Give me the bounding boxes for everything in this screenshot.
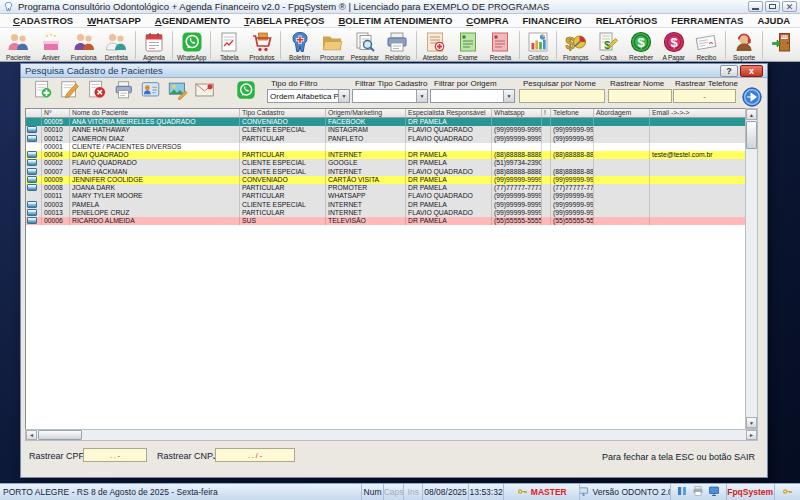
table-row[interactable]: 00002FLAVIO QUADRADOCLIENTE ESPECIALGOOG… [26, 159, 757, 167]
trace-cnpj-input[interactable]: . . / - [215, 448, 295, 462]
toolbar-button-grafico[interactable]: Gráfico [522, 29, 555, 61]
filter-origem-select[interactable]: ▼ [430, 89, 515, 103]
edit-record-button[interactable] [58, 80, 82, 104]
cell-nome: GENE HACKMAN [70, 168, 240, 176]
cash-note-icon: $ [596, 30, 620, 54]
menu-whatsapp[interactable]: WHATSAPP [80, 15, 148, 26]
scroll-down-icon[interactable]: ▼ [746, 417, 757, 428]
search-go-button[interactable] [741, 86, 763, 108]
cell-abordagem [594, 201, 650, 209]
table-row[interactable]: 00007GENE HACKMANCLIENTE ESPECIALINTERNE… [26, 168, 757, 176]
cell-origem: INTERNET [326, 168, 406, 176]
delete-record-button[interactable] [85, 80, 109, 104]
toolbar-button-funciona[interactable]: Funciona [67, 29, 100, 61]
cell-telefone: (99)99999-9999 [551, 209, 594, 217]
toolbar-button-atestado[interactable]: Atestado [419, 29, 452, 61]
search-name-input[interactable] [519, 89, 605, 103]
table-row[interactable]: 00008JOANA DARKPARTICULARPROMOTERDR PAME… [26, 184, 757, 192]
menu-ferramentas[interactable]: FERRAMENTAS [664, 15, 750, 26]
restore-button[interactable] [765, 1, 780, 12]
toolbar-button-receber[interactable]: $Receber [625, 29, 658, 61]
trace-phone-input[interactable]: - [673, 89, 736, 103]
table-row[interactable]: 00010ANNE HATHAWAYCLIENTE ESPECIALINSTAG… [26, 126, 757, 134]
printer-icon[interactable] [692, 485, 704, 499]
menu-tabela-precos[interactable]: TABELA PREÇOS [237, 15, 331, 26]
scroll-right-icon[interactable]: ► [746, 430, 757, 440]
photo-cell [26, 184, 42, 192]
filter-type-select[interactable]: Ordem Alfabetica Paciente ▼ [267, 89, 350, 103]
toolbar-button-receita[interactable]: Receita [484, 29, 517, 61]
cell-especialista: DR PAMELA [406, 217, 492, 225]
toolbar-button-whatsapp[interactable]: WhatsApp [175, 29, 208, 61]
close-button[interactable]: ✕ [782, 1, 797, 12]
toolbar-button-relatorio[interactable]: Relatório [381, 29, 414, 61]
filter-tipo-cadastro-select[interactable]: ▼ [352, 89, 428, 103]
whatsapp-send-button[interactable] [234, 80, 258, 104]
toolbar-button-boletim[interactable]: Boletim [283, 29, 316, 61]
book-icon[interactable] [676, 485, 688, 499]
cell-tipo: PARTICULAR [240, 151, 326, 159]
window-help-button[interactable]: ? [720, 65, 738, 77]
menu-agendamento[interactable]: AGENDAMENTO [148, 15, 237, 26]
cell-num: 00004 [42, 151, 70, 159]
add-record-button[interactable] [31, 80, 55, 104]
toolbar-button-sair[interactable] [765, 29, 798, 61]
cell-whatsapp: (88)88888-8888 [492, 168, 542, 176]
patient-window-titlebar[interactable]: Pesquisa Cadastro de Pacientes [21, 64, 767, 78]
table-row[interactable]: 00003PAMELACLIENTE ESPECIALINTERNETDR PA… [26, 201, 757, 209]
cell-nome: FLAVIO QUADRADO [70, 159, 240, 167]
menu-relatorios[interactable]: RELATÓRIOS [589, 15, 665, 26]
toolbar-button-caixa[interactable]: $Caixa [592, 29, 625, 61]
menu-financeiro[interactable]: FINANCEIRO [516, 15, 589, 26]
scroll-left-icon[interactable]: ◄ [26, 430, 37, 440]
calendar-icon [142, 30, 166, 54]
trace-name-input[interactable] [608, 89, 672, 103]
table-row[interactable]: 00005ANA VITÓRIA MEIRELLES QUADRADOCONVE… [26, 118, 757, 126]
toolbar-button-label: Caixa [600, 54, 616, 61]
toolbar-button-suporte[interactable]: Suporte [728, 29, 761, 61]
table-row[interactable]: 00004DAVI QUADRADOPARTICULARINTERNETDR P… [26, 151, 757, 159]
menu-compra[interactable]: COMPRA [459, 15, 515, 26]
toolbar-button-paciente[interactable]: Paciente [2, 29, 35, 61]
vertical-scroll-thumb[interactable] [746, 121, 757, 149]
mail-button[interactable] [193, 80, 217, 104]
toolbar-button-produtos[interactable]: Produtos [246, 29, 279, 61]
toolbar-button-procurar[interactable]: Procurar [316, 29, 349, 61]
column-header-abordagem: Abordagem [594, 109, 650, 118]
toolbar-button-recibo[interactable]: Recibo [690, 29, 723, 61]
table-row[interactable]: 00001CLIENTE / PACIENTES DIVERSOS [26, 143, 757, 151]
toolbar-button-label: Pesquisar [351, 54, 379, 61]
menu-boletim-atendimento[interactable]: BOLETIM ATENDIMENTO [331, 15, 459, 26]
photo-edit-button[interactable] [166, 80, 190, 104]
horizontal-scroll-thumb[interactable] [38, 430, 82, 440]
photo-cell [26, 192, 42, 200]
cell-especialista: DR PAMELA [406, 159, 492, 167]
cell-origem: TELEVISÃO [326, 217, 406, 225]
toolbar-button-aniver[interactable]: Aniver [35, 29, 68, 61]
contact-card-button[interactable] [139, 80, 163, 104]
table-row[interactable]: 00009JENNIFER COOLIDGECONVENIADOCARTÃO V… [26, 176, 757, 184]
toolbar-button-dentista[interactable]: Dentista [100, 29, 133, 61]
toolbar-button-financas[interactable]: $Finanças [559, 29, 592, 61]
print-record-button[interactable] [112, 80, 136, 104]
toolbar-button-pesquisar[interactable]: Pesquisar [349, 29, 382, 61]
table-row[interactable]: 00011MARY TYLER MOOREPARTICULARWHATSAPPF… [26, 192, 757, 200]
window-close-button[interactable]: x [740, 65, 763, 77]
toolbar-button-exame[interactable]: Exame [451, 29, 484, 61]
menu-cadastros[interactable]: CADASTROS [6, 15, 80, 26]
horizontal-scrollbar[interactable]: ◄ ► [25, 429, 758, 441]
scroll-up-icon[interactable]: ▲ [746, 109, 757, 120]
minimize-button[interactable] [748, 1, 763, 12]
table-row[interactable]: 00006RICARDO ALMEIDASUSTELEVISÃODR PAMEL… [26, 217, 757, 225]
cell-excl [542, 168, 551, 176]
toolbar-button-agenda[interactable]: Agenda [138, 29, 171, 61]
toolbar-button-tabela[interactable]: Tabela [213, 29, 246, 61]
toolbar-button-a-pagar[interactable]: $A Pagar [657, 29, 690, 61]
monitor-icon[interactable] [708, 485, 720, 499]
trace-cpf-input[interactable]: . . - [83, 448, 147, 462]
toolbar-separator [135, 31, 136, 59]
vertical-scrollbar[interactable]: ▲ ▼ [745, 108, 758, 429]
menu-ajuda[interactable]: AJUDA [750, 15, 797, 26]
table-row[interactable]: 00012CAMERON DIAZPARTICULARPANFLETOFLAVI… [26, 135, 757, 143]
table-row[interactable]: 00013PENELOPE CRUZPARTICULARINTERNETFLAV… [26, 209, 757, 217]
